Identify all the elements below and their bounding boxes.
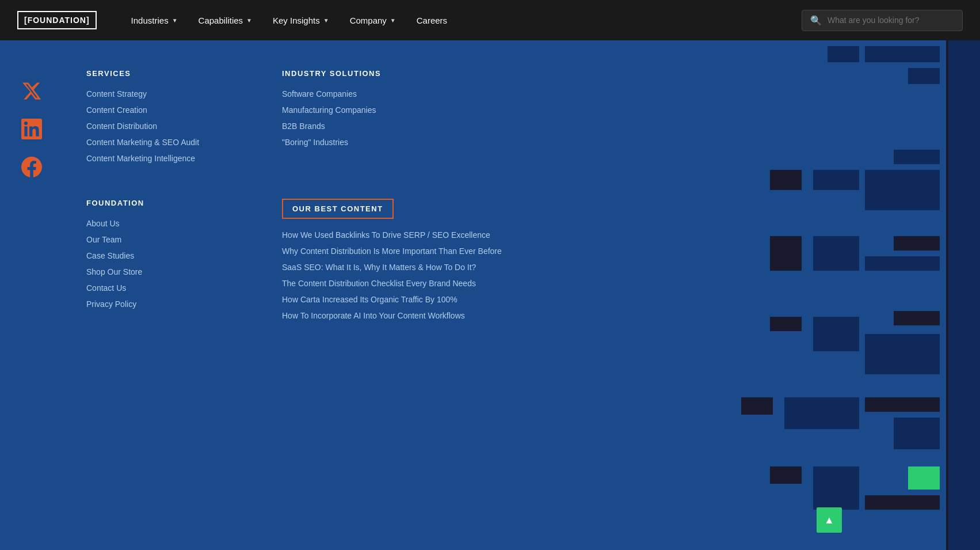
search-icon: 🔍 [810, 15, 822, 26]
deco-block-12 [894, 311, 940, 325]
services-column: SERVICES Content Strategy Content Creati… [86, 69, 247, 170]
link-contact-us[interactable]: Contact Us [86, 283, 247, 293]
top-row: SERVICES Content Strategy Content Creati… [86, 69, 980, 170]
deco-block-19 [741, 397, 773, 415]
deco-block-3 [828, 46, 859, 62]
deco-block-17 [894, 418, 940, 449]
deco-block-16 [865, 397, 940, 412]
deco-block-20 [865, 495, 940, 510]
chevron-down-icon: ▼ [246, 17, 252, 24]
deco-block-4 [894, 150, 940, 164]
link-content-strategy[interactable]: Content Strategy [86, 89, 247, 98]
scroll-to-top-button[interactable]: ▲ [817, 507, 842, 533]
deco-block-11 [770, 236, 802, 271]
link-content-distribution[interactable]: Content Distribution [86, 122, 247, 131]
deco-block-10 [813, 236, 859, 271]
deco-block-5 [865, 170, 940, 210]
deco-block-2 [908, 68, 940, 84]
link-content-distribution-importance[interactable]: Why Content Distribution Is More Importa… [282, 246, 502, 256]
link-saas-seo[interactable]: SaaS SEO: What It Is, Why It Matters & H… [282, 263, 502, 272]
link-software-companies[interactable]: Software Companies [282, 89, 443, 98]
deco-block-13 [865, 334, 940, 374]
nav-links: Industries ▼ Capabilities ▼ Key Insights… [131, 16, 779, 25]
chevron-down-icon: ▼ [323, 17, 329, 24]
link-manufacturing-companies[interactable]: Manufacturing Companies [282, 105, 443, 115]
facebook-icon[interactable] [17, 157, 46, 177]
search-bar[interactable]: 🔍 [802, 10, 963, 31]
link-content-marketing-intelligence[interactable]: Content Marketing Intelligence [86, 154, 247, 163]
logo[interactable]: [FOUNDATION] [17, 11, 97, 29]
deco-block-21 [813, 466, 859, 510]
twitter-x-icon[interactable] [17, 81, 46, 101]
deco-block-8 [894, 236, 940, 251]
link-b2b-brands[interactable]: B2B Brands [282, 122, 443, 131]
industry-solutions-column: INDUSTRY SOLUTIONS Software Companies Ma… [282, 69, 443, 170]
nav-industries[interactable]: Industries ▼ [131, 16, 178, 25]
link-content-creation[interactable]: Content Creation [86, 105, 247, 115]
social-icons-list [17, 75, 69, 177]
linkedin-icon[interactable] [17, 119, 46, 139]
search-input[interactable] [828, 16, 954, 25]
main-content: SERVICES Content Strategy Content Creati… [0, 40, 980, 550]
deco-block-1 [865, 46, 940, 62]
link-case-studies[interactable]: Case Studies [86, 251, 247, 260]
link-about-us[interactable]: About Us [86, 219, 247, 228]
best-content-heading: OUR BEST CONTENT [282, 199, 394, 219]
deco-block-22 [770, 466, 802, 484]
deco-block-14 [813, 317, 859, 351]
link-ai-content-workflows[interactable]: How To Incorporate AI Into Your Content … [282, 311, 502, 320]
deco-block-6 [813, 170, 859, 190]
link-backlinks-serp[interactable]: How We Used Backlinks To Drive SERP / SE… [282, 230, 502, 240]
menu-section: SERVICES Content Strategy Content Creati… [69, 63, 980, 527]
social-column [0, 63, 69, 527]
nav-company[interactable]: Company ▼ [350, 16, 396, 25]
foundation-heading: FOUNDATION [86, 199, 247, 207]
link-content-marketing-seo[interactable]: Content Marketing & SEO Audit [86, 138, 247, 147]
navbar: [FOUNDATION] Industries ▼ Capabilities ▼… [0, 0, 980, 40]
link-carta-organic-traffic[interactable]: How Carta Increased Its Organic Traffic … [282, 295, 502, 304]
deco-block-15 [770, 317, 802, 331]
deco-block-9 [865, 256, 940, 271]
deco-block-7 [770, 170, 802, 190]
chevron-down-icon: ▼ [390, 17, 396, 24]
nav-careers[interactable]: Careers [417, 16, 447, 25]
foundation-column: FOUNDATION About Us Our Team Case Studie… [86, 199, 247, 327]
nav-key-insights[interactable]: Key Insights ▼ [273, 16, 329, 25]
industry-solutions-heading: INDUSTRY SOLUTIONS [282, 69, 443, 78]
link-boring-industries[interactable]: "Boring" Industries [282, 138, 443, 147]
link-privacy-policy[interactable]: Privacy Policy [86, 299, 247, 309]
link-distribution-checklist[interactable]: The Content Distribution Checklist Every… [282, 279, 502, 288]
deco-divider [946, 40, 948, 550]
link-shop-store[interactable]: Shop Our Store [86, 267, 247, 276]
services-heading: SERVICES [86, 69, 247, 78]
link-our-team[interactable]: Our Team [86, 235, 247, 244]
best-content-column: OUR BEST CONTENT How We Used Backlinks T… [282, 199, 502, 327]
deco-block-18 [784, 397, 859, 429]
deco-far-right [948, 40, 980, 550]
chevron-down-icon: ▼ [172, 17, 178, 24]
deco-block-green [908, 466, 940, 490]
nav-capabilities[interactable]: Capabilities ▼ [199, 16, 252, 25]
